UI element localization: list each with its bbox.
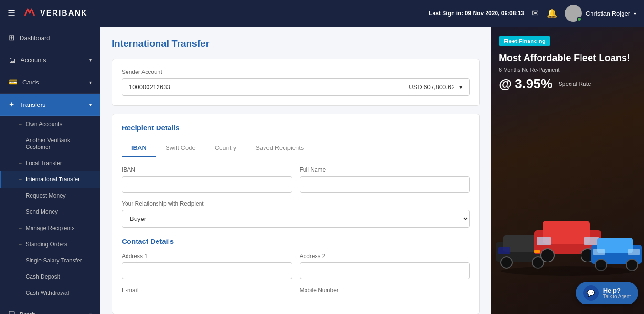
cash-deposit-label: Cash Deposit xyxy=(26,273,60,280)
sidebar-item-dashboard[interactable]: ⊞ Dashboard xyxy=(0,27,100,49)
address2-field: Address 2 xyxy=(300,253,470,279)
address2-input[interactable] xyxy=(300,262,470,279)
sender-account-balance: USD 607,800.62 ▾ xyxy=(409,84,463,91)
cards-icon: 💳 xyxy=(9,78,18,86)
svg-rect-18 xyxy=(628,249,640,255)
help-button[interactable]: 💬 Help? Talk to Agent xyxy=(576,282,638,304)
iban-fullname-row: IBAN Full Name xyxy=(122,167,470,193)
help-label: Help? xyxy=(603,287,631,294)
sidebar-item-accounts-label: Accounts xyxy=(21,56,46,63)
username: Christian Rojger xyxy=(586,10,630,17)
logo: VERIBANK xyxy=(23,5,88,21)
logo-icon xyxy=(23,5,36,21)
address1-input[interactable] xyxy=(122,262,292,279)
sidebar-item-dashboard-label: Dashboard xyxy=(20,34,50,42)
recipient-section-title: Recipient Details xyxy=(122,124,470,132)
cards-chevron: ▾ xyxy=(89,80,92,85)
cash-withdrawal-label: Cash Withdrawal xyxy=(26,290,69,296)
iban-label: IBAN xyxy=(122,167,292,173)
ad-rate-number: 3.95% xyxy=(515,76,552,92)
sender-account-select[interactable]: 100000212633 USD 607,800.62 ▾ xyxy=(122,78,470,96)
tab-iban[interactable]: IBAN xyxy=(122,139,156,157)
fleet-badge: Fleet Financing xyxy=(499,36,550,46)
iban-input[interactable] xyxy=(122,176,292,193)
relationship-label: Your Relationship with Recipient xyxy=(122,200,470,207)
sidebar-item-local-transfer[interactable]: Local Transfer xyxy=(0,155,100,171)
sidebar-item-batch-label: Batch xyxy=(20,311,35,314)
svg-point-2 xyxy=(501,257,512,268)
ad-cars-area xyxy=(491,195,644,281)
sidebar-item-own-accounts[interactable]: Own Accounts xyxy=(0,116,100,132)
sidebar-item-send-money[interactable]: Send Money xyxy=(0,204,100,220)
sidebar-item-manage-recipients[interactable]: Manage Recipients xyxy=(0,220,100,236)
recipient-details-card: Recipient Details IBAN Swift Code Countr… xyxy=(112,114,480,314)
svg-rect-10 xyxy=(537,237,551,245)
tab-swift-code[interactable]: Swift Code xyxy=(156,139,205,157)
svg-point-19 xyxy=(501,266,634,276)
header-right: Last Sign in: 09 Nov 2020, 09:08:13 ✉ 🔔 … xyxy=(429,5,636,22)
sidebar-item-transfers-label: Transfers xyxy=(20,101,45,108)
sender-account-number: 100000212633 xyxy=(129,84,170,91)
sidebar-item-accounts[interactable]: 🗂 Accounts ▾ xyxy=(0,49,100,71)
own-accounts-label: Own Accounts xyxy=(26,121,63,127)
another-veribank-label: Another VeriBank Customer xyxy=(26,137,92,150)
full-name-label: Full Name xyxy=(300,167,470,173)
user-menu-chevron: ▾ xyxy=(634,11,636,16)
menu-icon[interactable]: ☰ xyxy=(8,8,15,19)
ad-rate: @ 3.95% Special Rate xyxy=(499,76,591,92)
sidebar-item-cards-label: Cards xyxy=(22,79,39,86)
avatar xyxy=(565,5,582,22)
mobile-field: Mobile Number xyxy=(300,287,470,296)
ad-subtitle: 6 Months No Re-Payment xyxy=(499,67,560,73)
cars-svg xyxy=(491,195,644,281)
sidebar-item-cash-withdrawal[interactable]: Cash Withdrawal xyxy=(0,285,100,301)
sidebar-item-international-transfer[interactable]: International Transfer xyxy=(0,171,100,188)
relationship-select[interactable]: Buyer Seller Family Friend Business Part… xyxy=(122,210,470,228)
local-transfer-label: Local Transfer xyxy=(26,160,62,167)
tab-saved-recipients[interactable]: Saved Recipients xyxy=(246,139,313,157)
sidebar-item-cards[interactable]: 💳 Cards ▾ xyxy=(0,71,100,94)
single-salary-label: Single Salary Transfer xyxy=(26,257,82,264)
full-name-field: Full Name xyxy=(300,167,470,193)
ad-special-label: Special Rate xyxy=(559,81,591,87)
contact-section-title: Contact Details xyxy=(122,237,470,245)
email-field: E-mail xyxy=(122,287,292,296)
send-money-label: Send Money xyxy=(26,209,58,215)
svg-rect-11 xyxy=(584,237,599,245)
sidebar-item-another-veribank[interactable]: Another VeriBank Customer xyxy=(0,132,100,155)
header: ☰ VERIBANK Last Sign in: 09 Nov 2020, 09… xyxy=(0,0,644,27)
svg-rect-12 xyxy=(534,250,540,253)
sidebar-item-request-money[interactable]: Request Money xyxy=(0,188,100,204)
user-menu[interactable]: Christian Rojger ▾ xyxy=(565,5,636,22)
address-row: Address 1 Address 2 xyxy=(122,253,470,279)
svg-rect-17 xyxy=(593,249,605,255)
notification-icon[interactable]: 🔔 xyxy=(547,8,557,19)
sidebar-item-transfers[interactable]: ✦ Transfers ▾ xyxy=(0,94,100,116)
tab-country[interactable]: Country xyxy=(205,139,246,157)
transfers-icon: ✦ xyxy=(9,100,15,109)
svg-point-16 xyxy=(626,259,638,271)
mail-icon[interactable]: ✉ xyxy=(532,8,539,19)
ad-title: Most Affordable Fleet Loans! xyxy=(499,52,630,64)
help-chat-icon: 💬 xyxy=(583,285,599,301)
recipient-tabs: IBAN Swift Code Country Saved Recipients xyxy=(122,139,470,157)
sidebar-item-single-salary[interactable]: Single Salary Transfer xyxy=(0,252,100,269)
sidebar-item-standing-orders[interactable]: Standing Orders xyxy=(0,236,100,252)
batch-icon: ❑ xyxy=(9,310,15,314)
manage-recipients-label: Manage Recipients xyxy=(26,225,75,231)
dashboard-icon: ⊞ xyxy=(9,33,15,42)
transfers-chevron: ▾ xyxy=(89,102,92,107)
last-signin: Last Sign in: 09 Nov 2020, 09:08:13 xyxy=(429,10,524,17)
logo-text: VERIBANK xyxy=(40,9,88,18)
iban-field: IBAN xyxy=(122,167,292,193)
sidebar-item-cash-deposit[interactable]: Cash Deposit xyxy=(0,269,100,285)
ad-background: Fleet Financing Most Affordable Fleet Lo… xyxy=(491,27,644,314)
request-money-label: Request Money xyxy=(26,192,66,199)
sender-select-chevron: ▾ xyxy=(459,84,463,91)
svg-point-8 xyxy=(541,249,554,262)
sidebar-item-batch[interactable]: ❑ Batch ▾ xyxy=(0,303,100,314)
batch-chevron: ▾ xyxy=(89,312,92,314)
accounts-chevron: ▾ xyxy=(89,57,92,63)
address1-field: Address 1 xyxy=(122,253,292,279)
full-name-input[interactable] xyxy=(300,176,470,193)
